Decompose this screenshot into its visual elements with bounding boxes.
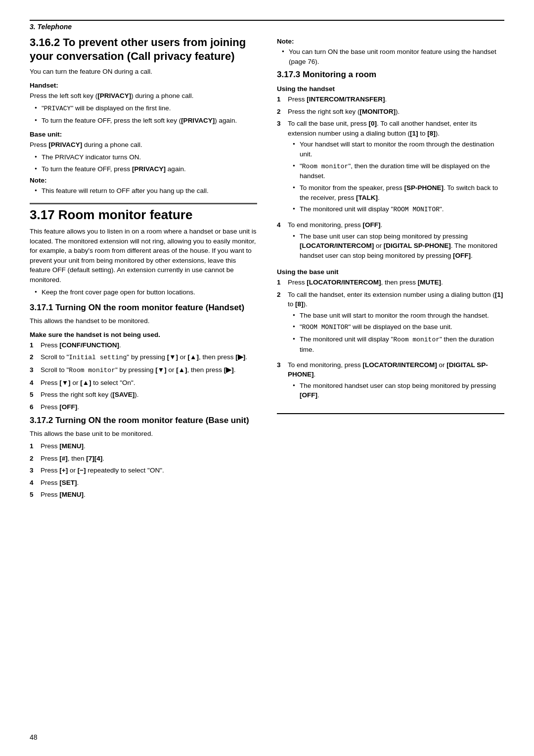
top-rule: [30, 20, 504, 21]
section-3162-intro: You can turn the feature ON during a cal…: [30, 67, 257, 77]
note-label-3162: Note:: [30, 177, 257, 184]
page: 3. Telephone 3.16.2 To prevent other use…: [0, 0, 534, 756]
sub2-step-1: 1 Press [MENU].: [30, 441, 257, 451]
base-unit-bullets: The PRIVACY indicator turns ON. To turn …: [35, 152, 257, 174]
hs4-bullet-1: The base unit user can stop being monito…: [293, 232, 504, 261]
handset-step-4-bullets: The base unit user can stop being monito…: [293, 232, 504, 261]
handset-step-1: 1 Press [INTERCOM/TRANSFER].: [277, 94, 504, 104]
using-base-label: Using the base unit: [277, 268, 504, 276]
hs3-bullet-4: The monitored unit will display "ROOM MO…: [293, 204, 504, 215]
room-monitor-intro: This feature allows you to listen in on …: [30, 227, 257, 284]
sub1-step-5: 5 Press the right soft key ([SAVE]).: [30, 390, 257, 400]
base-step-3-bullets: The monitored handset user can stop bein…: [293, 381, 504, 400]
using-handset-label: Using the handset: [277, 85, 504, 93]
sub2-step-5: 5 Press [MENU].: [30, 490, 257, 500]
note-bullets-3162: This feature will return to OFF after yo…: [35, 186, 257, 196]
room-monitor-title: 3.17 Room monitor feature: [30, 207, 257, 223]
sub2-step-4: 4 Press [SET].: [30, 478, 257, 488]
handset-bullets: "PRIVACY" will be displayed on the first…: [35, 103, 257, 125]
handset-step-4: 4 To end monitoring, press [OFF]. The ba…: [277, 220, 504, 263]
bs2-bullet-2: "ROOM MONITOR" will be displayed on the …: [293, 322, 504, 332]
note-bullet-3172: You can turn ON the base unit room monit…: [282, 47, 504, 66]
sub2-step-3: 3 Press [+] or [−] repeatedly to select …: [30, 466, 257, 475]
sub-title-3171: 3.17.1 Turning ON the room monitor featu…: [30, 302, 257, 313]
sub1-steps: 1 Press [CONF/FUNCTION]. 2 Scroll to "In…: [30, 340, 257, 412]
base-steps: 1 Press [LOCATOR/INTERCOM], then press […: [277, 278, 504, 403]
make-sure-label: Make sure the handset is not being used.: [30, 331, 257, 338]
two-column-layout: 3.16.2 To prevent other users from joini…: [30, 36, 504, 503]
sub1-step-3: 3 Scroll to "Room monitor" by pressing […: [30, 365, 257, 376]
base-unit-text: Press [PRIVACY] during a phone call.: [30, 140, 257, 150]
left-column: 3.16.2 To prevent other users from joini…: [30, 36, 257, 503]
sub-title-3173: 3.17.3 Monitoring a room: [277, 69, 504, 80]
hs3-bullet-2: "Room monitor", then the duration time w…: [293, 161, 504, 181]
note-block-3172: Note: You can turn ON the base unit room…: [277, 38, 504, 66]
handset-step-2: 2 Press the right soft key ([MONITOR]).: [277, 107, 504, 117]
note-bullets-3172: You can turn ON the base unit room monit…: [282, 47, 504, 66]
hs3-bullet-3: To monitor from the speaker, press [SP-P…: [293, 183, 504, 202]
base-unit-label: Base unit:: [30, 131, 257, 138]
sub1-step-4: 4 Press [▼] or [▲] to select "On".: [30, 378, 257, 388]
base-step-2: 2 To call the handset, enter its extensi…: [277, 290, 504, 358]
base-bullet-1: The PRIVACY indicator turns ON.: [35, 152, 257, 162]
base-step-3: 3 To end monitoring, press [LOCATOR/INTE…: [277, 360, 504, 403]
sub1-step-6: 6 Press [OFF].: [30, 402, 257, 412]
base-bullet-2: To turn the feature OFF, press [PRIVACY]…: [35, 164, 257, 174]
section-header: 3. Telephone: [30, 23, 504, 31]
note-block-3162: Note: This feature will return to OFF af…: [30, 177, 257, 196]
sub1-intro: This allows the handset to be monitored.: [30, 316, 257, 326]
sub2-steps: 1 Press [MENU]. 2 Press [#], then [7][4]…: [30, 441, 257, 500]
bs2-bullet-1: The base unit will start to monitor the …: [293, 311, 504, 321]
room-monitor-bullets: Keep the front cover page open for butto…: [35, 287, 257, 297]
sub2-step-2: 2 Press [#], then [7][4].: [30, 454, 257, 464]
room-monitor-bullet: Keep the front cover page open for butto…: [35, 287, 257, 297]
handset-bullet-1: "PRIVACY" will be displayed on the first…: [35, 103, 257, 114]
base-step-1: 1 Press [LOCATOR/INTERCOM], then press […: [277, 278, 504, 287]
right-column: Note: You can turn ON the base unit room…: [277, 36, 504, 503]
bs3-bullet-1: The monitored handset user can stop bein…: [293, 381, 504, 400]
base-step-2-bullets: The base unit will start to monitor the …: [293, 311, 504, 355]
section-3162-title: 3.16.2 To prevent other users from joini…: [30, 36, 257, 63]
sub2-intro: This allows the base unit to be monitore…: [30, 429, 257, 439]
sub-title-3172: 3.17.2 Turning ON the room monitor featu…: [30, 415, 257, 426]
handset-label: Handset:: [30, 82, 257, 89]
handset-step-3-bullets: Your handset will start to monitor the r…: [293, 140, 504, 215]
handset-text: Press the left soft key ([PRIVACY]) duri…: [30, 91, 257, 101]
sub1-step-2: 2 Scroll to "Initial setting" by pressin…: [30, 352, 257, 363]
note-bullet-1-3162: This feature will return to OFF after yo…: [35, 186, 257, 196]
note-label-3172: Note:: [277, 38, 504, 45]
sub1-step-1: 1 Press [CONF/FUNCTION].: [30, 340, 257, 350]
page-number: 48: [30, 733, 38, 741]
hs3-bullet-1: Your handset will start to monitor the r…: [293, 140, 504, 159]
bs2-bullet-3: The monitored unit will display "Room mo…: [293, 334, 504, 354]
handset-steps: 1 Press [INTERCOM/TRANSFER]. 2 Press the…: [277, 94, 504, 263]
handset-bullet-2: To turn the feature OFF, press the left …: [35, 116, 257, 126]
handset-step-3: 3 To call the base unit, press [0]. To c…: [277, 119, 504, 218]
bottom-rule: [277, 413, 504, 414]
room-monitor-section: 3.17 Room monitor feature This feature a…: [30, 203, 257, 297]
